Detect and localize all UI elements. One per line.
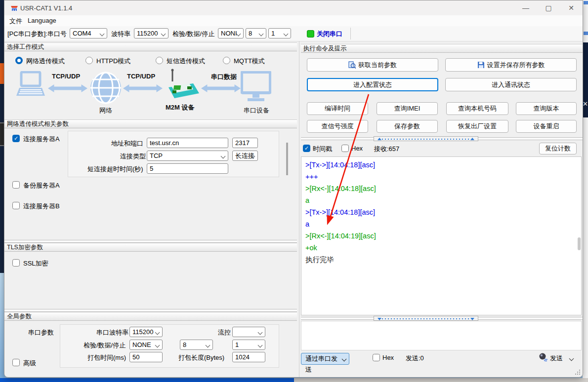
server-b-checkbox[interactable]	[12, 202, 20, 209]
backup-a-label[interactable]: 备份服务器A	[23, 181, 60, 190]
desktop-right-strip: ✕	[583, 0, 588, 382]
enter-comm-button[interactable]: 进入通讯状态	[445, 78, 577, 91]
chevron-down-icon	[161, 32, 166, 37]
ssl-checkbox[interactable]	[12, 259, 20, 267]
section-global: 全局参数	[4, 312, 297, 321]
double-arrow-icon	[123, 82, 163, 95]
close-port-button[interactable]: 关闭串口	[317, 30, 342, 38]
get-params-button[interactable]: 获取当前参数	[307, 58, 438, 72]
radio-net-transparent[interactable]	[15, 57, 23, 64]
maximize-button[interactable]: ▢	[537, 0, 560, 15]
window-title: USR-CAT1 V1.1.4	[20, 4, 72, 12]
radio-sms-transparent[interactable]	[156, 57, 163, 64]
taskbar-active-segment	[0, 378, 294, 382]
monitor-icon	[241, 71, 271, 102]
mode-label[interactable]: 短信透传模式	[167, 57, 205, 66]
triangle-down-icon	[470, 318, 474, 320]
title-bar[interactable]: USR-CAT1 V1.1.4 — ▢ ✕	[4, 0, 583, 15]
splitter-dots	[382, 318, 470, 319]
send-input[interactable]	[301, 321, 582, 350]
timestamp-label[interactable]: 时间戳	[313, 145, 332, 153]
com-port-select[interactable]: COM4	[70, 28, 107, 38]
stopbits-select[interactable]: 1	[268, 28, 291, 38]
timestamp-checkbox[interactable]: ✓	[303, 145, 310, 152]
hex-recv-label[interactable]: Hex	[351, 145, 363, 152]
close-button[interactable]: ✕	[560, 0, 583, 15]
sent-counter: 发送:0	[406, 354, 424, 363]
conn-type-select[interactable]: TCP	[147, 151, 228, 161]
menu-file[interactable]: 文件	[9, 17, 22, 26]
sbaud-select[interactable]: 115200	[129, 327, 163, 337]
server-a-label[interactable]: 连接服务器A	[23, 135, 60, 144]
flow-select[interactable]	[232, 327, 265, 337]
triangle-down-icon	[378, 318, 381, 320]
mode-label[interactable]: HTTPD模式	[96, 57, 130, 66]
cmd-button-factory-reset[interactable]: 恢复出厂设置	[446, 120, 508, 133]
chevron-down-icon	[206, 343, 210, 348]
send-button[interactable]: 发送	[550, 354, 563, 363]
menu-language[interactable]: Language	[28, 17, 56, 24]
packlen-input[interactable]: 1024	[232, 352, 265, 362]
section-work-mode: 选择工作模式	[4, 42, 297, 51]
cmd-button-reboot[interactable]: 设备重启	[516, 120, 577, 133]
vertical-splitter-handle[interactable]	[286, 143, 288, 175]
server-a-checkbox[interactable]: ✓	[12, 135, 20, 142]
server-b-label[interactable]: 连接服务器B	[23, 202, 60, 211]
server-addr-input[interactable]: test.usr.cn	[147, 138, 228, 148]
recv-counter: 接收:657	[374, 145, 399, 153]
search-params-icon	[348, 61, 356, 69]
log-line: >[Rx<-][14:04:19][asc]	[305, 230, 577, 242]
diagram-net-label: 网络	[99, 106, 112, 115]
taskbar[interactable]	[0, 378, 588, 382]
resize-grip-icon[interactable]	[575, 369, 581, 375]
splitter-dots	[382, 139, 470, 140]
app-window: USR-CAT1 V1.1.4 — ▢ ✕ 文件 Language [PC串口参…	[4, 0, 583, 378]
sdata-select[interactable]: 8	[180, 340, 213, 350]
minimize-button[interactable]: —	[514, 0, 537, 15]
advanced-checkbox[interactable]	[12, 359, 20, 366]
timeout-input[interactable]: 5	[147, 163, 228, 174]
cmd-button-query-imei[interactable]: 查询IMEI	[377, 102, 438, 115]
server-port-input[interactable]: 2317	[232, 138, 258, 148]
send-audio-icon	[538, 352, 548, 362]
mode-label[interactable]: 网络透传模式	[26, 57, 65, 66]
send-via-serial-button[interactable]: 通过串口发送	[301, 353, 349, 365]
pc-serial-label: [PC串口参数]:串口号	[7, 30, 67, 38]
keepalive-select[interactable]: 长连接	[232, 151, 258, 161]
hex-send-label[interactable]: Hex	[382, 354, 394, 361]
ssl-label[interactable]: SSL加密	[23, 259, 48, 268]
hex-send-checkbox[interactable]	[373, 354, 380, 361]
databits-select[interactable]: 8	[246, 28, 266, 38]
packtime-input[interactable]: 50	[129, 352, 163, 362]
hex-recv-checkbox[interactable]	[341, 145, 349, 152]
cmd-button-save-params[interactable]: 保存参数	[377, 120, 438, 133]
parity-select[interactable]: NONI	[218, 28, 244, 38]
sparity-select[interactable]: NONE	[129, 340, 163, 350]
receive-log[interactable]: >[Tx->][14:04:18][asc] +++ >[Rx<-][14:04…	[301, 156, 582, 315]
timeout-label: 短连接超时时间(秒)	[87, 165, 143, 174]
cmd-button-signal-strength[interactable]: 查信号强度	[307, 120, 368, 133]
sstop-select[interactable]: 1	[232, 340, 265, 350]
set-save-params-button[interactable]: 设置并保存所有参数	[445, 58, 577, 72]
cmd-button-query-number[interactable]: 查询本机号码	[446, 102, 508, 115]
chevron-down-icon	[221, 154, 226, 159]
diagram-serial-label: 串口设备	[244, 106, 269, 115]
splitter-handle[interactable]	[374, 136, 478, 141]
mode-label[interactable]: MQTT模式	[234, 57, 265, 66]
log-line: a	[305, 218, 577, 230]
reset-counter-button[interactable]: 复位计数	[539, 143, 577, 154]
splitter-handle[interactable]	[374, 316, 478, 321]
chevron-down-icon	[342, 357, 347, 362]
advanced-label[interactable]: 高级	[23, 359, 36, 368]
log-line: >[Tx->][14:04:18][asc]	[305, 159, 577, 171]
radio-mqtt[interactable]	[223, 57, 230, 64]
triangle-up-icon	[470, 138, 474, 140]
cmd-button-compile-time[interactable]: 编译时间	[307, 102, 368, 115]
log-scrollbar[interactable]	[578, 237, 581, 250]
baud-select[interactable]: 115200	[134, 28, 168, 38]
diagram-link3-label: 串口数据	[211, 73, 237, 81]
backup-a-checkbox[interactable]	[12, 181, 20, 189]
enter-config-button[interactable]: 进入配置状态	[307, 78, 438, 91]
cmd-button-query-version[interactable]: 查询版本	[516, 102, 577, 115]
radio-httpd[interactable]	[85, 57, 93, 64]
